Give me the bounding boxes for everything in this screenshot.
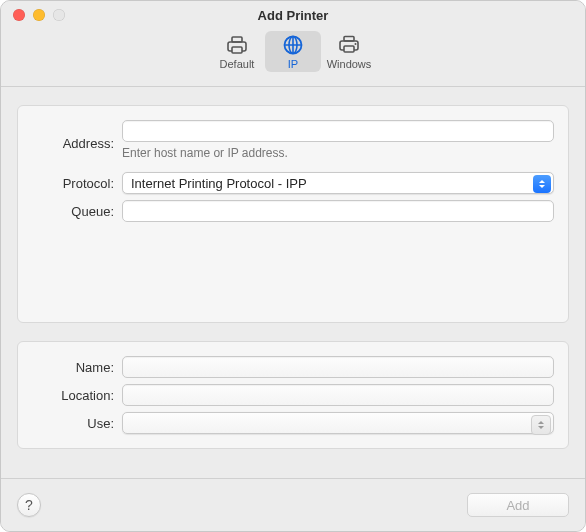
toolbar: Default IP <box>1 29 585 87</box>
name-row: Name: <box>28 356 554 378</box>
printer-icon <box>224 34 250 56</box>
traffic-lights <box>13 9 65 21</box>
protocol-label: Protocol: <box>28 176 122 191</box>
location-label: Location: <box>28 388 122 403</box>
window-title: Add Printer <box>1 8 585 23</box>
segmented-tabs: Default IP <box>209 31 377 72</box>
svg-rect-2 <box>232 47 242 53</box>
tab-default-label: Default <box>220 58 255 70</box>
zoom-button[interactable] <box>53 9 65 21</box>
use-label: Use: <box>28 416 122 431</box>
printer-info-panel: Name: Location: Use: <box>17 341 569 449</box>
address-input[interactable] <box>122 120 554 142</box>
close-button[interactable] <box>13 9 25 21</box>
tab-ip-label: IP <box>288 58 298 70</box>
use-row: Use: <box>28 412 554 434</box>
use-select[interactable] <box>122 412 554 434</box>
stepper-icon <box>531 415 551 435</box>
help-icon: ? <box>25 497 33 513</box>
tab-ip[interactable]: IP <box>265 31 321 72</box>
tab-windows[interactable]: Windows <box>321 31 377 72</box>
name-label: Name: <box>28 360 122 375</box>
globe-icon <box>280 34 306 56</box>
location-input[interactable] <box>122 384 554 406</box>
address-hint: Enter host name or IP address. <box>122 146 554 160</box>
protocol-select[interactable]: Internet Printing Protocol - IPP <box>122 172 554 194</box>
svg-rect-7 <box>344 46 354 52</box>
protocol-row: Protocol: Internet Printing Protocol - I… <box>28 172 554 194</box>
location-row: Location: <box>28 384 554 406</box>
minimize-button[interactable] <box>33 9 45 21</box>
connection-panel: Address: Enter host name or IP address. … <box>17 105 569 323</box>
svg-rect-1 <box>232 37 242 42</box>
add-button[interactable]: Add <box>467 493 569 517</box>
svg-rect-6 <box>344 37 354 42</box>
tab-windows-label: Windows <box>327 58 372 70</box>
help-button[interactable]: ? <box>17 493 41 517</box>
titlebar: Add Printer <box>1 1 585 29</box>
queue-row: Queue: <box>28 200 554 222</box>
svg-point-8 <box>355 43 357 45</box>
queue-label: Queue: <box>28 204 122 219</box>
tab-default[interactable]: Default <box>209 31 265 72</box>
add-button-label: Add <box>506 498 529 513</box>
stepper-icon <box>533 175 551 193</box>
add-printer-window: Add Printer Default <box>0 0 586 532</box>
footer: ? Add <box>1 478 585 531</box>
protocol-value: Internet Printing Protocol - IPP <box>131 176 307 191</box>
content-area: Address: Enter host name or IP address. … <box>1 87 585 478</box>
address-label: Address: <box>28 136 122 151</box>
printer-network-icon <box>336 34 362 56</box>
name-input[interactable] <box>122 356 554 378</box>
address-row: Address: Enter host name or IP address. <box>28 120 554 166</box>
queue-input[interactable] <box>122 200 554 222</box>
